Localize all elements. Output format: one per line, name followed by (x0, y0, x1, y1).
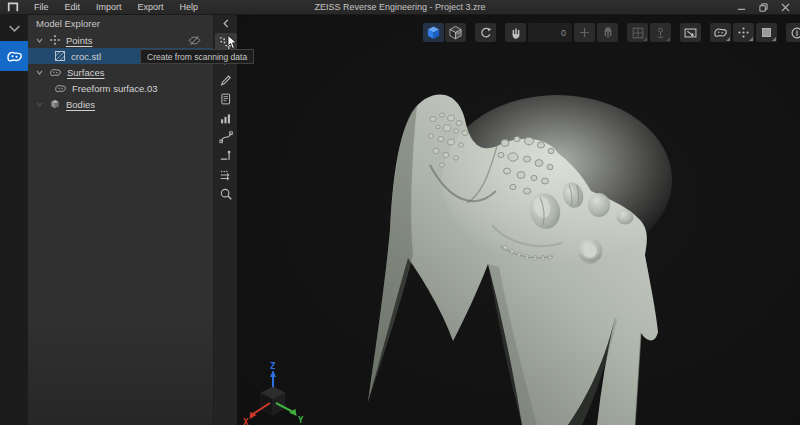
left-rail (0, 15, 28, 425)
dropdown-caret-icon (726, 37, 730, 41)
info-button[interactable] (786, 23, 800, 42)
inspect-button[interactable] (215, 185, 237, 203)
viewport-toolbar: 0 (423, 23, 800, 42)
tooltip: Create from scanning data (140, 49, 254, 64)
minimize-button[interactable] (732, 1, 750, 14)
evaluation-chart-button[interactable] (215, 109, 237, 127)
mesh-grid-button[interactable] (627, 23, 648, 42)
menu-bar: File Edit Import Export Help (34, 2, 198, 12)
axis-x-label: X (243, 417, 249, 425)
croc-stl-label[interactable]: croc.stl (71, 51, 101, 62)
tree-row-points[interactable]: Points (28, 32, 213, 48)
count-field[interactable]: 0 (528, 23, 572, 42)
menu-help[interactable]: Help (180, 2, 199, 12)
points-label[interactable]: Points (66, 35, 92, 46)
show-bodies-button[interactable] (756, 23, 777, 42)
surfaces-label[interactable]: Surfaces (67, 67, 105, 78)
tree-row-bodies[interactable]: Bodies (28, 96, 213, 112)
model-explorer-header: Model Explorer (28, 15, 213, 32)
report-button[interactable] (215, 90, 237, 108)
magnifier-icon (219, 187, 233, 201)
croc-3d-model (237, 15, 800, 425)
axis-triad[interactable]: Z Y X (243, 361, 305, 425)
window-controls (732, 1, 800, 14)
model-explorer-panel: Model Explorer Points (28, 15, 213, 425)
points-icon (49, 34, 61, 46)
dropdown-caret-icon (772, 37, 776, 41)
menu-file[interactable]: File (34, 2, 49, 12)
hand-down-icon (601, 26, 615, 40)
title-bar: File Edit Import Export Help ZEISS Rever… (0, 0, 800, 15)
show-points-button[interactable] (733, 23, 754, 42)
add-button[interactable] (574, 23, 595, 42)
bodies-label[interactable]: Bodies (66, 99, 95, 110)
pan-hand-button[interactable] (505, 23, 526, 42)
edit-pencil-button[interactable] (215, 71, 237, 89)
mesh-icon (54, 50, 66, 62)
view-cube-button[interactable] (423, 23, 444, 42)
probe-pin-icon (219, 149, 233, 163)
align-button[interactable] (215, 166, 237, 184)
freeform-surface-label[interactable]: Freeform surface.03 (72, 83, 158, 94)
report-icon (219, 92, 232, 106)
menu-export[interactable]: Export (138, 2, 164, 12)
app-window: File Edit Import Export Help ZEISS Rever… (0, 0, 800, 425)
bar-chart-icon (219, 112, 232, 125)
expander-icon[interactable] (36, 38, 44, 43)
spline-icon (219, 130, 233, 144)
app-logo-icon (0, 2, 26, 12)
rail-collapse-button[interactable] (0, 15, 28, 41)
model-tree: Points croc.stl Surfaces (28, 32, 213, 112)
dropdown-caret-icon (643, 37, 647, 41)
view-cube-icon (426, 25, 441, 40)
shaded-view-button[interactable] (445, 23, 466, 42)
freeform-surface-icon (6, 49, 23, 64)
surface-icon (54, 83, 67, 94)
chevron-down-icon (8, 24, 21, 33)
tooltip-text: Create from scanning data (147, 52, 247, 62)
align-arrows-icon (219, 168, 233, 182)
pencil-icon (219, 73, 233, 87)
close-button[interactable] (776, 1, 794, 14)
probe-pin-button[interactable] (215, 147, 237, 165)
panel-collapse-button[interactable] (214, 15, 237, 32)
spline-curve-button[interactable] (215, 128, 237, 146)
menu-edit[interactable]: Edit (65, 2, 81, 12)
rail-item-surfacing[interactable] (0, 41, 28, 71)
tree-row-freeform-surface[interactable]: Freeform surface.03 (28, 80, 213, 96)
axis-z-label: Z (270, 361, 276, 371)
shaded-cube-icon (448, 25, 463, 40)
probe-button[interactable] (650, 23, 671, 42)
axis-y-label: Y (298, 415, 304, 425)
rotate-view-button[interactable] (475, 23, 496, 42)
expander-icon[interactable] (36, 102, 44, 107)
visibility-off-icon[interactable] (188, 35, 213, 46)
surface-icon (49, 67, 62, 78)
fit-screen-button[interactable] (680, 23, 701, 42)
add-icon (578, 26, 591, 39)
tool-strip (213, 15, 237, 425)
tree-row-surfaces[interactable]: Surfaces (28, 64, 213, 80)
mouse-cursor-icon (227, 35, 238, 50)
viewport-3d[interactable]: 0 (237, 15, 800, 425)
maximize-button[interactable] (754, 1, 772, 14)
expander-icon[interactable] (36, 70, 44, 75)
hand-down-button[interactable] (597, 23, 618, 42)
fit-screen-icon (683, 26, 698, 40)
pan-hand-icon (509, 26, 523, 40)
dropdown-caret-icon (749, 37, 753, 41)
show-surfaces-button[interactable] (710, 23, 731, 42)
count-value: 0 (561, 28, 566, 38)
body-box-icon (49, 98, 61, 110)
rotate-icon (479, 26, 493, 40)
dropdown-caret-icon (666, 37, 670, 41)
info-icon (790, 26, 800, 40)
menu-import[interactable]: Import (96, 2, 122, 12)
model-explorer-title: Model Explorer (36, 18, 100, 29)
